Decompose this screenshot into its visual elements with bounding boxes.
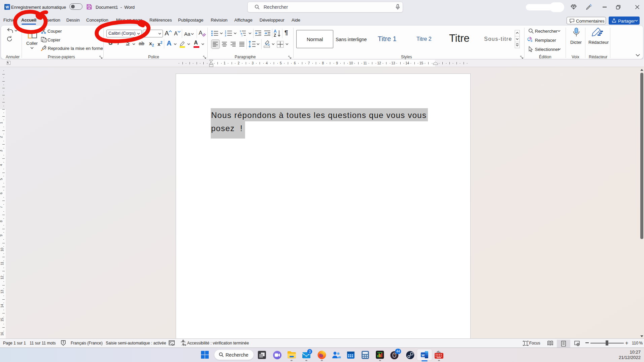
svg-text:c: c (531, 39, 533, 42)
svg-text:i: i (242, 34, 242, 36)
svg-text:3: 3 (225, 34, 226, 37)
svg-text:W: W (421, 353, 425, 357)
svg-text:3: 3 (309, 350, 311, 354)
svg-text:W: W (5, 5, 9, 9)
svg-text:44: 44 (396, 350, 400, 353)
